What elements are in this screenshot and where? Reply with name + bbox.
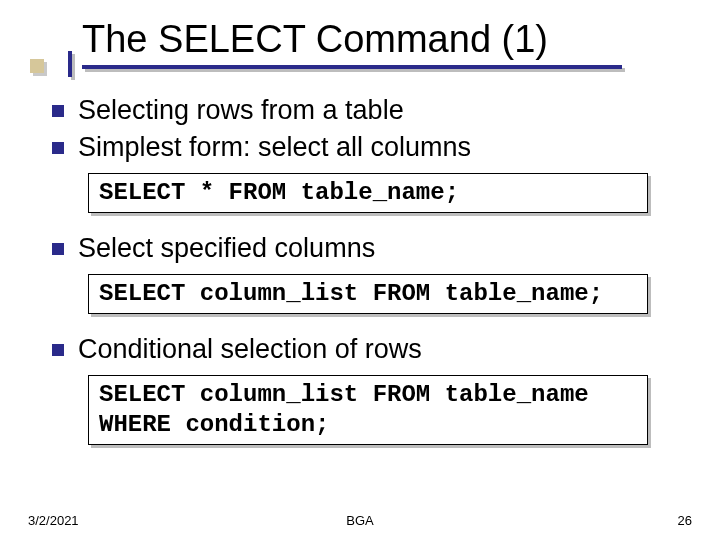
bullet-icon: [52, 142, 64, 154]
code-block: SELECT column_list FROM table_name WHERE…: [88, 375, 648, 445]
footer-page-number: 26: [471, 513, 692, 528]
title-underline: [82, 65, 622, 69]
page-title: The SELECT Command (1): [82, 18, 720, 61]
bullet-item: Selecting rows from a table: [52, 93, 684, 128]
title-square-icon: [30, 59, 44, 73]
bullet-text: Selecting rows from a table: [78, 93, 404, 128]
bullet-text: Conditional selection of rows: [78, 332, 422, 367]
bullet-text: Select specified columns: [78, 231, 375, 266]
title-area: The SELECT Command (1): [0, 0, 720, 69]
footer-center: BGA: [249, 513, 470, 528]
bullet-item: Simplest form: select all columns: [52, 130, 684, 165]
bullet-icon: [52, 243, 64, 255]
code-text: SELECT column_list FROM table_name;: [99, 279, 637, 309]
content-area: Selecting rows from a table Simplest for…: [0, 69, 720, 463]
code-block: SELECT column_list FROM table_name;: [88, 274, 648, 314]
bullet-icon: [52, 344, 64, 356]
bullet-item: Select specified columns: [52, 231, 684, 266]
bullet-icon: [52, 105, 64, 117]
bullet-item: Conditional selection of rows: [52, 332, 684, 367]
slide: The SELECT Command (1) Selecting rows fr…: [0, 0, 720, 540]
code-block: SELECT * FROM table_name;: [88, 173, 648, 213]
bullet-text: Simplest form: select all columns: [78, 130, 471, 165]
slide-footer: 3/2/2021 BGA 26: [0, 513, 720, 528]
title-tick: [68, 51, 72, 77]
code-text: SELECT * FROM table_name;: [99, 178, 637, 208]
code-text: SELECT column_list FROM table_name WHERE…: [99, 380, 637, 440]
footer-date: 3/2/2021: [28, 513, 249, 528]
